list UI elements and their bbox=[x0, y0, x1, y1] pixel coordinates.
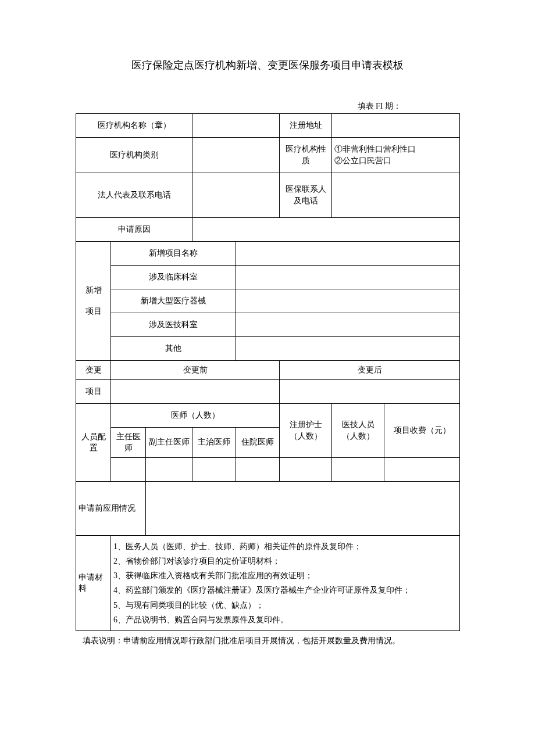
label-new-item-name: 新增项目名称 bbox=[111, 242, 236, 266]
label-clinical-dept: 涉及临床科室 bbox=[111, 266, 236, 289]
label-org-name: 医疗机构名称（章） bbox=[76, 114, 192, 138]
field-techs[interactable] bbox=[332, 457, 384, 481]
materials-list: 1、医务人员（医师、护士、技师、药师）相关证件的原件及复印件； 2、省物价部门对… bbox=[111, 535, 460, 630]
label-staff-group: 人员配置 bbox=[76, 403, 111, 481]
label-new-item-group: 新增 项目 bbox=[76, 242, 111, 361]
label-new-item-group-1: 新增 bbox=[79, 280, 108, 301]
field-pre-use[interactable] bbox=[146, 481, 460, 535]
form-footnote: 填表说明：申请前应用情况即行政部门批准后项目开展情况，包括开展数量及费用情况。 bbox=[76, 631, 459, 647]
label-deputy: 副主任医师 bbox=[146, 427, 192, 457]
page-title: 医疗保险定点医疗机构新增、变更医保服务项目申请表模板 bbox=[76, 58, 459, 72]
field-org-name[interactable] bbox=[192, 114, 280, 138]
field-after[interactable] bbox=[280, 379, 460, 403]
field-ins-contact[interactable] bbox=[332, 173, 460, 218]
field-org-nature-options[interactable]: ①非营利性口营利性口 ②公立口民营口 bbox=[332, 138, 460, 173]
label-new-item-group-2: 项目 bbox=[79, 301, 108, 322]
label-techs: 医技人员（人数） bbox=[332, 403, 384, 457]
field-tech-dept[interactable] bbox=[236, 313, 460, 337]
field-before[interactable] bbox=[111, 379, 280, 403]
label-ins-contact: 医保联系人及电话 bbox=[280, 173, 332, 218]
label-materials: 申请材料 bbox=[76, 535, 111, 630]
field-resident[interactable] bbox=[236, 457, 280, 481]
label-nurses: 注册护士（人数） bbox=[280, 403, 332, 457]
label-before: 变更前 bbox=[111, 361, 280, 380]
application-form-table: 医疗机构名称（章） 注册地址 医疗机构类别 医疗机构性质 ①非营利性口营利性口 … bbox=[76, 113, 460, 631]
label-fee: 项目收费（元） bbox=[384, 403, 460, 457]
label-new-equip: 新增大型医疗器械 bbox=[111, 289, 236, 313]
label-legal-rep: 法人代表及联系电话 bbox=[76, 173, 192, 218]
field-reg-addr[interactable] bbox=[332, 114, 460, 138]
label-change-group-1: 变更 bbox=[76, 361, 111, 380]
label-other: 其他 bbox=[111, 337, 236, 361]
field-deputy[interactable] bbox=[146, 457, 192, 481]
field-fee[interactable] bbox=[384, 457, 460, 481]
label-org-type: 医疗机构类别 bbox=[76, 138, 192, 173]
label-reg-addr: 注册地址 bbox=[280, 114, 332, 138]
label-org-nature: 医疗机构性质 bbox=[280, 138, 332, 173]
label-after: 变更后 bbox=[280, 361, 460, 380]
field-reason[interactable] bbox=[192, 218, 460, 242]
label-change-group-2: 项目 bbox=[76, 379, 111, 403]
field-clinical-dept[interactable] bbox=[236, 266, 460, 289]
field-other[interactable] bbox=[236, 337, 460, 361]
form-date-label: 填表 FI 期： bbox=[76, 101, 459, 112]
field-legal-rep[interactable] bbox=[192, 173, 280, 218]
label-attending: 主治医师 bbox=[192, 427, 236, 457]
field-attending[interactable] bbox=[192, 457, 236, 481]
field-chief[interactable] bbox=[111, 457, 146, 481]
label-chief: 主任医师 bbox=[111, 427, 146, 457]
label-pre-use: 申请前应用情况 bbox=[76, 481, 146, 535]
label-resident: 住院医师 bbox=[236, 427, 280, 457]
field-org-type[interactable] bbox=[192, 138, 280, 173]
label-tech-dept: 涉及医技科室 bbox=[111, 313, 236, 337]
field-nurses[interactable] bbox=[280, 457, 332, 481]
label-reason: 申请原因 bbox=[76, 218, 192, 242]
field-new-item-name[interactable] bbox=[236, 242, 460, 266]
label-doctors: 医师（人数） bbox=[111, 403, 280, 427]
field-new-equip[interactable] bbox=[236, 289, 460, 313]
